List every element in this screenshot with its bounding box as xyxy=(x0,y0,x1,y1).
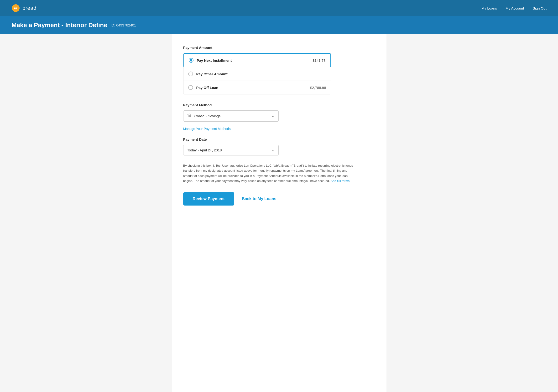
page-title-bar: Make a Payment - Interior Define ID: 649… xyxy=(0,16,558,34)
header: bread My Loans My Account Sign Out xyxy=(0,0,558,16)
option-installment-amount: $141.73 xyxy=(313,59,325,62)
option-payoff-amount: $2,788.98 xyxy=(310,85,326,90)
payment-amount-section: Payment Amount Pay Next Installment $141… xyxy=(183,46,375,94)
radio-installment xyxy=(189,58,193,63)
nav-links: My Loans My Account Sign Out xyxy=(481,6,547,10)
chevron-down-date-icon: ⌄ xyxy=(271,148,275,152)
main-content: Payment Amount Pay Next Installment $141… xyxy=(172,34,386,392)
buttons-row: Review Payment Back to My Loans xyxy=(183,192,375,205)
payment-date-left: Today - April 24, 2018 xyxy=(187,148,222,152)
payment-date-label: Payment Date xyxy=(183,137,279,141)
payment-method-left: 🏛 Chase - Savings xyxy=(187,113,221,119)
radio-installment-fill xyxy=(190,59,192,61)
disclaimer-text-before: By checking this box, I, Test User, auth… xyxy=(183,164,353,183)
payment-method-selected: Chase - Savings xyxy=(194,114,221,118)
see-full-terms-link[interactable]: See full terms xyxy=(331,179,349,183)
logo-area: bread xyxy=(11,4,36,12)
radio-payoff xyxy=(188,85,193,90)
manage-payment-methods-link[interactable]: Manage Your Payment Methods xyxy=(183,127,231,131)
nav-sign-out[interactable]: Sign Out xyxy=(533,6,547,10)
radio-other xyxy=(188,72,193,76)
page-title-text: Make a Payment - Interior Define xyxy=(11,21,107,29)
option-payoff-label: Pay Off Loan xyxy=(196,85,310,90)
review-payment-button[interactable]: Review Payment xyxy=(183,192,234,205)
nav-my-loans[interactable]: My Loans xyxy=(481,6,497,10)
payment-method-label: Payment Method xyxy=(183,103,279,107)
payment-option-installment[interactable]: Pay Next Installment $141.73 xyxy=(183,53,331,68)
payment-method-section: Payment Method 🏛 Chase - Savings ⌄ xyxy=(183,103,279,122)
disclaimer-text-after: . xyxy=(349,179,350,183)
payment-date-selected: Today - April 24, 2018 xyxy=(187,148,222,152)
page-id: ID: 6493782401 xyxy=(111,23,136,27)
payment-option-payoff[interactable]: Pay Off Loan $2,788.98 xyxy=(183,81,331,94)
payment-method-dropdown[interactable]: 🏛 Chase - Savings ⌄ xyxy=(183,111,279,122)
option-other-label: Pay Other Amount xyxy=(196,72,326,76)
payment-date-dropdown[interactable]: Today - April 24, 2018 ⌄ xyxy=(183,145,279,155)
option-installment-label: Pay Next Installment xyxy=(197,59,313,62)
logo-text: bread xyxy=(22,5,36,11)
payment-options-list: Pay Next Installment $141.73 Pay Other A… xyxy=(183,53,331,94)
nav-my-account[interactable]: My Account xyxy=(506,6,524,10)
bank-icon: 🏛 xyxy=(187,113,192,119)
bread-logo-icon xyxy=(11,4,20,12)
chevron-down-icon: ⌄ xyxy=(271,114,275,118)
payment-option-other[interactable]: Pay Other Amount xyxy=(183,67,331,81)
back-to-my-loans-button[interactable]: Back to My Loans xyxy=(242,196,277,201)
page-title: Make a Payment - Interior Define ID: 649… xyxy=(11,21,547,29)
payment-amount-label: Payment Amount xyxy=(183,46,375,50)
payment-date-section: Payment Date Today - April 24, 2018 ⌄ xyxy=(183,137,279,155)
disclaimer: By checking this box, I, Test User, auth… xyxy=(183,163,355,184)
